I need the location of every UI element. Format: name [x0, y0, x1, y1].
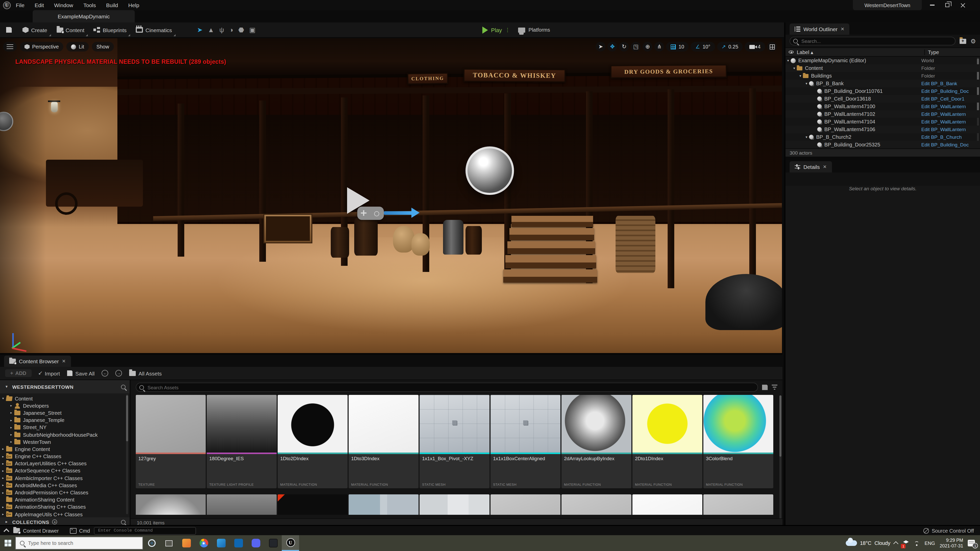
asset-search-input[interactable] [136, 383, 758, 392]
select-tool-icon[interactable]: ➤ [596, 42, 606, 52]
folder-row[interactable]: Street_NY [0, 424, 130, 431]
outliner-row[interactable]: BP_Building_Door25325 Edit BP_Building_D… [786, 141, 980, 148]
expander-icon[interactable] [8, 411, 14, 415]
asset-card[interactable]: 2Dto1DIndex MATERIAL FUNCTION [632, 395, 702, 488]
folder-row[interactable]: Japanese_Street [0, 410, 130, 416]
asset-card[interactable] [420, 494, 490, 515]
outliner-row[interactable]: BP_WallLantern47100 Edit BP_WallLantern [786, 103, 980, 110]
asset-card[interactable]: 1Dto3DIndex MATERIAL FUNCTION [348, 395, 418, 488]
asset-card[interactable] [348, 494, 418, 515]
forward-button[interactable]: → [116, 370, 122, 376]
taskbar-app-unreal[interactable]: U [282, 535, 299, 551]
asset-card[interactable] [562, 494, 632, 515]
surface-snap-icon[interactable]: ⋔ [655, 42, 664, 52]
actor-type-cell[interactable]: World [921, 58, 980, 63]
save-all-button[interactable]: Save All [67, 370, 95, 376]
blueprints-button[interactable]: Blueprints [89, 22, 131, 38]
tray-expand-icon[interactable] [894, 541, 899, 546]
fracture-mode-icon[interactable]: ▣ [249, 26, 256, 34]
folder-row[interactable]: Developers [0, 402, 130, 409]
taskbar-app-blue[interactable] [212, 535, 230, 551]
taskbar-search-input[interactable] [28, 540, 120, 546]
play-options-icon[interactable]: ⋮ [505, 29, 510, 30]
expander-icon[interactable] [0, 491, 6, 495]
asset-grid-scrollbar[interactable] [780, 395, 781, 523]
actor-type-cell[interactable]: Edit BP_WallLantern [921, 119, 980, 124]
asset-card[interactable] [278, 494, 348, 515]
asset-card[interactable]: 127grey TEXTURE [136, 395, 206, 488]
rotation-snap-button[interactable]: ∠10° [691, 42, 715, 52]
lit-button[interactable]: Lit [67, 42, 89, 52]
level-tab[interactable]: ExampleMapDynamic [33, 10, 135, 22]
mesh-paint-mode-icon[interactable]: ⬣ [239, 26, 244, 34]
type-column-header[interactable]: Type [924, 49, 980, 55]
minimize-button[interactable] [926, 0, 938, 10]
expander-icon[interactable] [8, 426, 14, 430]
label-column-header[interactable]: Label ▴ [797, 49, 924, 55]
sources-header[interactable]: WESTERNDESERTTOWN [0, 380, 130, 393]
content-drawer-button[interactable]: Content Drawer [13, 528, 59, 534]
camera-speed-button[interactable]: 4 [745, 42, 765, 52]
asset-card[interactable]: 180Degree_IES TEXTURE LIGHT PROFILE [207, 395, 277, 488]
folder-row[interactable]: AlembicImporter C++ Classes [0, 475, 130, 482]
world-outliner-tab[interactable]: World Outliner ✕ [790, 24, 850, 35]
visibility-eye-icon[interactable] [789, 51, 794, 54]
expander-icon[interactable] [8, 404, 14, 408]
outliner-search-input[interactable] [790, 37, 956, 45]
new-folder-icon[interactable] [959, 38, 966, 44]
folder-row[interactable]: AndroidMedia C++ Classes [0, 482, 130, 489]
asset-card[interactable] [207, 494, 277, 515]
task-view-button[interactable] [160, 535, 178, 551]
maximize-viewport-button[interactable] [767, 42, 777, 52]
close-tab-icon[interactable]: ✕ [823, 164, 827, 169]
expander-icon[interactable] [8, 418, 14, 422]
expander-icon[interactable] [8, 433, 14, 437]
search-icon[interactable] [121, 519, 126, 524]
expander-icon[interactable] [0, 512, 6, 516]
folder-row[interactable]: Engine Content [0, 446, 130, 453]
content-browser-tab[interactable]: Content Browser ✕ [4, 356, 71, 367]
content-button[interactable]: Content [52, 22, 89, 38]
add-button[interactable]: +ADD [5, 369, 32, 377]
taskbar-search[interactable] [15, 537, 143, 549]
expander-icon[interactable] [786, 59, 791, 62]
folder-row[interactable]: Japanese_Temple [0, 416, 130, 424]
player-start-gamepad-icon[interactable] [357, 206, 384, 220]
expander-icon[interactable] [804, 81, 809, 86]
asset-card[interactable] [703, 494, 773, 515]
rotate-tool-icon[interactable]: ↻ [619, 42, 629, 52]
folder-row[interactable]: AnimationSharing Content [0, 496, 130, 503]
outliner-row[interactable]: BP_WallLantern47106 Edit BP_WallLantern [786, 125, 980, 133]
outliner-row[interactable]: ExampleMapDynamic (Editor) World [786, 57, 980, 64]
menu-item[interactable]: Edit [30, 0, 49, 10]
expander-icon[interactable] [0, 396, 6, 400]
expander-icon[interactable] [0, 454, 6, 458]
dropbox-tray-button[interactable]: 1 [903, 540, 909, 546]
source-control-status[interactable]: Source Control Off [924, 528, 974, 534]
search-icon[interactable] [121, 384, 126, 389]
filter-icon[interactable] [772, 385, 777, 390]
notification-center-button[interactable]: 1 [968, 540, 975, 546]
cortana-button[interactable] [143, 535, 160, 551]
taskbar-app-dark[interactable] [264, 535, 282, 551]
actor-type-cell[interactable]: Folder [921, 65, 980, 71]
folder-row[interactable]: AppleImageUtils C++ Classes [0, 511, 130, 517]
panel-splitter[interactable] [786, 157, 980, 160]
import-button[interactable]: ⭩Import [38, 370, 60, 376]
select-mode-icon[interactable]: ➤ [197, 26, 203, 34]
outliner-row[interactable]: BP_B_Church2 Edit BP_B_Church [786, 133, 980, 141]
asset-card[interactable]: 1Dto2DIndex MATERIAL FUNCTION [278, 395, 348, 488]
outliner-row[interactable]: Buildings Folder [786, 72, 980, 79]
expander-icon[interactable] [792, 66, 797, 70]
asset-card[interactable] [136, 494, 206, 515]
expander-icon[interactable] [798, 74, 803, 78]
expander-icon[interactable] [0, 447, 6, 451]
menu-item[interactable]: Window [49, 0, 78, 10]
paint-mode-icon[interactable]: ◑ [229, 26, 233, 34]
sphere-reflection-gizmo[interactable] [466, 146, 514, 195]
expander-icon[interactable] [0, 476, 6, 480]
folder-row[interactable]: Engine C++ Classes [0, 453, 130, 460]
asset-card[interactable]: 1x1x1_Box_Pivot_-XYZ STATIC MESH [420, 395, 490, 488]
outliner-row[interactable]: BP_B_Bank Edit BP_B_Bank [786, 79, 980, 87]
outliner-row[interactable]: Content Folder [786, 64, 980, 72]
